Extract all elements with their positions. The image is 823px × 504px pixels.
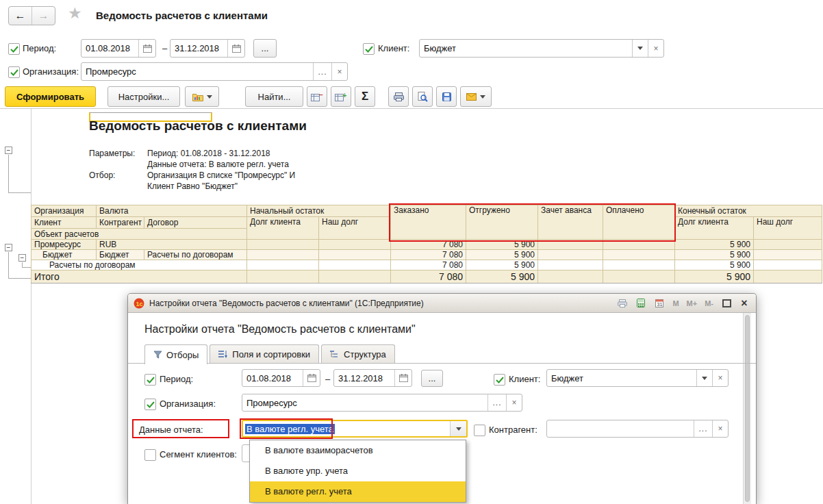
total-cell[interactable]: Итого	[31, 270, 247, 284]
dialog-counterparty-pick-button[interactable]: ...	[694, 420, 712, 437]
tab-filters[interactable]: Отборы	[144, 344, 207, 364]
data-cell[interactable]: 7 080	[391, 250, 466, 260]
client-clear-button[interactable]: ×	[648, 40, 663, 57]
organization-clear-button[interactable]: ×	[331, 63, 347, 80]
header-cell-paid[interactable]: Оплачено	[603, 205, 675, 240]
client-checkbox[interactable]	[363, 43, 375, 55]
calendar-button[interactable]	[227, 40, 244, 57]
header-cell-ordered[interactable]: Заказано	[391, 205, 466, 240]
header-cell[interactable]: Наш долг	[319, 217, 391, 240]
data-cell[interactable]	[754, 240, 822, 250]
report-collapse-toggle[interactable]: −	[5, 147, 12, 154]
header-cell[interactable]: Организация	[31, 205, 97, 217]
period-to-input[interactable]	[170, 40, 227, 57]
data-cell[interactable]: Расчеты по договорам	[144, 250, 247, 260]
header-cell[interactable]: Валюта	[97, 205, 247, 217]
dialog-period-checkbox[interactable]	[144, 374, 156, 386]
header-cell[interactable]: Долг клиента	[247, 217, 319, 240]
data-cell[interactable]: RUB	[97, 240, 247, 250]
data-cell[interactable]	[603, 260, 675, 270]
total-cell[interactable]	[538, 270, 603, 284]
data-cell[interactable]	[538, 260, 603, 270]
dialog-period-to-input[interactable]	[334, 370, 394, 386]
total-cell[interactable]	[603, 270, 675, 284]
data-cell[interactable]	[754, 260, 822, 270]
dropdown-option[interactable]: В валюте взаиморасчетов	[250, 440, 466, 461]
data-cell[interactable]	[319, 250, 391, 260]
calendar-titlebar-button[interactable]: 31	[653, 297, 666, 310]
dialog-counterparty-input[interactable]	[547, 420, 694, 437]
client-input[interactable]	[420, 40, 632, 57]
header-cell[interactable]: Клиент	[31, 217, 97, 229]
back-button[interactable]: ←	[9, 7, 31, 25]
data-cell[interactable]: 7 080	[391, 260, 466, 270]
period-from-input[interactable]	[81, 40, 138, 57]
header-cell[interactable]: Наш долг	[754, 217, 822, 240]
sum-button[interactable]: Σ	[355, 86, 375, 107]
calendar-button[interactable]	[394, 370, 411, 386]
organization-pick-button[interactable]: ...	[313, 63, 331, 80]
generate-button[interactable]: Сформировать	[5, 86, 96, 107]
memory-plus-button[interactable]: M+	[685, 299, 699, 307]
dialog-client-checkbox[interactable]	[494, 374, 505, 386]
report-variants-button[interactable]	[185, 86, 219, 107]
data-cell[interactable]	[603, 250, 675, 260]
calendar-button[interactable]	[138, 40, 155, 57]
data-cell[interactable]: 5 900	[675, 250, 754, 260]
header-cell[interactable]: Контрагент	[97, 217, 144, 229]
calendar-button[interactable]	[303, 370, 320, 386]
header-cell[interactable]: Долг клиента	[675, 217, 754, 240]
group-collapse-toggle-client[interactable]: −	[18, 254, 26, 262]
header-cell-shipped[interactable]: Отгружено	[466, 205, 538, 240]
dialog-counterparty-checkbox[interactable]	[474, 425, 485, 436]
dialog-client-clear-button[interactable]: ×	[712, 370, 728, 386]
scrollbar-thumb[interactable]	[745, 315, 750, 502]
dialog-organization-clear-button[interactable]: ×	[506, 394, 522, 411]
total-cell[interactable]: 5 900	[675, 270, 754, 284]
dialog-organization-pick-button[interactable]: ...	[488, 394, 506, 411]
data-cell[interactable]	[247, 240, 319, 250]
find-button[interactable]: Найти...	[245, 86, 303, 107]
total-cell[interactable]: 7 080	[391, 270, 466, 284]
dialog-scrollbar[interactable]	[743, 313, 751, 504]
dialog-period-from-input[interactable]	[242, 370, 303, 386]
data-cell[interactable]	[603, 240, 675, 250]
data-cell[interactable]	[538, 240, 603, 250]
total-cell[interactable]	[319, 270, 391, 284]
dialog-client-dropdown-button[interactable]	[696, 370, 712, 386]
total-cell[interactable]: 5 900	[466, 270, 538, 284]
forward-button[interactable]: →	[31, 7, 55, 25]
expand-groups-button[interactable]: +	[331, 86, 351, 107]
close-button[interactable]: ×	[738, 297, 750, 310]
data-cell[interactable]	[247, 250, 319, 260]
preview-button[interactable]	[412, 86, 433, 107]
data-cell[interactable]	[319, 240, 391, 250]
total-cell[interactable]	[754, 270, 822, 284]
header-cell-advance[interactable]: Зачет аванса	[538, 205, 603, 240]
email-button[interactable]	[460, 86, 492, 107]
report-data-dropdown-button[interactable]	[450, 421, 466, 436]
period-more-button[interactable]: ...	[253, 39, 277, 58]
data-cell[interactable]	[247, 260, 319, 270]
data-cell[interactable]: Промресурс	[31, 240, 97, 250]
maximize-button[interactable]	[720, 297, 733, 310]
calculator-button[interactable]	[634, 297, 648, 310]
data-cell[interactable]: 7 080	[391, 240, 466, 250]
client-dropdown-button[interactable]	[632, 40, 648, 57]
total-cell[interactable]	[247, 270, 319, 284]
dialog-segment-checkbox[interactable]	[144, 449, 156, 461]
data-cell[interactable]	[319, 260, 391, 270]
favorite-star-icon[interactable]: ★	[68, 5, 82, 21]
dialog-period-more-button[interactable]: ...	[421, 370, 443, 387]
data-cell[interactable]: 5 900	[466, 260, 538, 270]
header-cell[interactable]: Объект расчетов	[31, 229, 247, 240]
dropdown-option-highlighted[interactable]: В валюте регл. учета	[250, 481, 466, 502]
data-cell[interactable]: 5 900	[466, 250, 538, 260]
collapse-groups-button[interactable]: −	[307, 86, 327, 107]
header-cell[interactable]: Начальный остаток	[247, 205, 391, 217]
dialog-counterparty-clear-button[interactable]: ×	[712, 420, 728, 437]
organization-checkbox[interactable]	[8, 66, 20, 78]
data-cell[interactable]: Бюджет	[31, 250, 97, 260]
data-cell[interactable]	[538, 250, 603, 260]
report-data-combo[interactable]: В валюте регл. учета	[242, 420, 468, 438]
